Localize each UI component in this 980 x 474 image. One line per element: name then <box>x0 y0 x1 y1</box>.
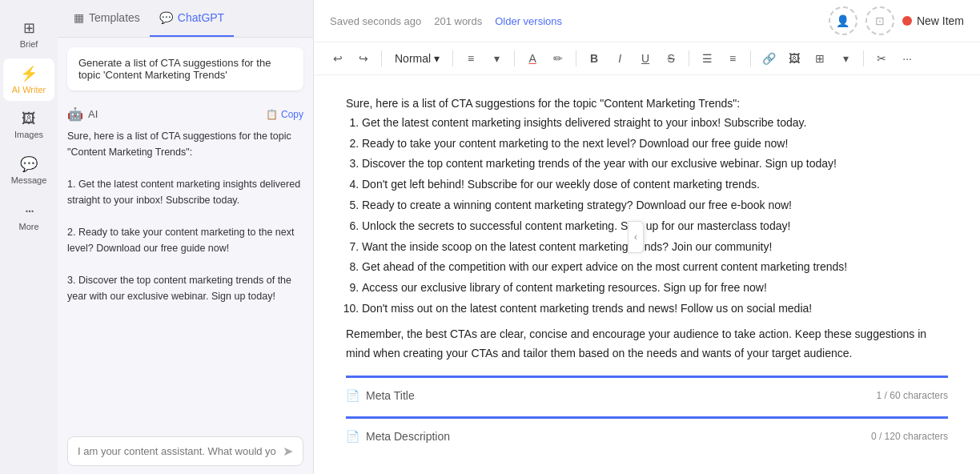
ai-robot-icon: 🤖 <box>67 106 83 122</box>
prompt-box: Generate a list of CTA suggestions for t… <box>67 47 303 90</box>
sidebar-item-images[interactable]: 🖼 Images <box>3 104 54 146</box>
ai-label-text: AI <box>88 108 98 120</box>
undo-button[interactable]: ↩ <box>327 47 349 70</box>
cta-item-8: Get ahead of the competition with our ex… <box>362 258 948 277</box>
ai-response-para-4: 3. Discover the top content marketing tr… <box>67 272 303 304</box>
meta-description-icon: 📄 <box>346 430 359 443</box>
cta-item-5: Ready to create a winning content market… <box>362 196 948 215</box>
message-icon: 💬 <box>20 155 38 173</box>
sidebar-label-brief: Brief <box>20 39 38 49</box>
align-button[interactable]: ≡ <box>460 47 482 70</box>
prompt-text: Generate a list of CTA suggestions for t… <box>78 57 271 81</box>
editor-toolbar: ↩ ↪ Normal ▾ ≡ ▾ A ✏ B I U S ☰ ≡ 🔗 🖼 ⊞ ▾… <box>314 42 980 75</box>
editor-area: Saved seconds ago 201 words Older versio… <box>314 0 980 474</box>
sidebar-label-images: Images <box>14 130 43 139</box>
chat-input-area: ➤ <box>58 428 313 474</box>
highlight-button[interactable]: ✏ <box>547 47 569 70</box>
cta-item-7: Want the inside scoop on the latest cont… <box>362 238 948 257</box>
style-dropdown[interactable]: Normal ▾ <box>388 49 446 68</box>
copy-icon: 📋 <box>266 109 278 120</box>
italic-button[interactable]: I <box>608 47 631 70</box>
templates-tab-icon: ▦ <box>74 11 84 24</box>
saved-text: Saved seconds ago <box>330 15 421 27</box>
send-icon[interactable]: ➤ <box>283 444 293 459</box>
ai-response-text: Sure, here is a list of CTA suggestions … <box>67 128 303 304</box>
cta-item-4: Don't get left behind! Subscribe for our… <box>362 175 948 195</box>
meta-title-icon: 📄 <box>346 389 359 402</box>
user-avatar-icon[interactable]: 👤 <box>829 6 858 35</box>
share-icon-circle[interactable]: ⊡ <box>866 6 894 35</box>
ai-label: 🤖 AI <box>67 106 98 122</box>
new-item-dot <box>902 16 912 26</box>
separator-4 <box>576 50 576 66</box>
editor-intro: Sure, here is a list of CTA suggestions … <box>346 94 948 114</box>
sidebar-item-more[interactable]: ··· More <box>3 195 54 238</box>
new-item-label: New Item <box>917 14 964 27</box>
tab-chatgpt-label: ChatGPT <box>178 11 224 24</box>
ai-response-header: 🤖 AI 📋 Copy <box>67 106 303 122</box>
ai-response-area: 🤖 AI 📋 Copy Sure, here is a list of CTA … <box>58 100 313 428</box>
middle-panel: ▦ Templates 💬 ChatGPT Generate a list of… <box>58 0 314 474</box>
meta-description-count: 0 / 120 characters <box>871 431 948 442</box>
new-item-button[interactable]: New Item <box>902 14 964 27</box>
copy-label: Copy <box>281 109 303 120</box>
bold-button[interactable]: B <box>583 47 605 70</box>
more-icon: ··· <box>25 201 34 219</box>
separator-1 <box>381 50 382 66</box>
chevron-left-icon: ‹ <box>634 231 637 243</box>
older-versions-link[interactable]: Older versions <box>495 15 562 27</box>
word-count: 201 words <box>434 15 482 27</box>
collapse-toggle[interactable]: ‹ <box>628 221 644 253</box>
clear-format-button[interactable]: ✂ <box>870 47 893 70</box>
underline-button[interactable]: U <box>634 47 657 70</box>
editor-closing: Remember, the best CTAs are clear, conci… <box>346 325 948 364</box>
tab-templates-label: Templates <box>89 11 140 24</box>
tabs-bar: ▦ Templates 💬 ChatGPT <box>58 0 313 38</box>
chat-input[interactable] <box>78 445 276 457</box>
cta-item-9: Access our exclusive library of content … <box>362 279 948 298</box>
cta-item-2: Ready to take your content marketing to … <box>362 135 948 154</box>
separator-5 <box>689 50 689 66</box>
table-dropdown[interactable]: ▾ <box>834 47 857 70</box>
tab-chatgpt[interactable]: 💬 ChatGPT <box>150 0 234 37</box>
more-options-button[interactable]: ··· <box>896 47 918 70</box>
ordered-list-button[interactable]: ≡ <box>721 47 744 70</box>
table-button[interactable]: ⊞ <box>809 47 831 70</box>
redo-button[interactable]: ↪ <box>352 47 375 70</box>
strikethrough-button[interactable]: S <box>660 47 682 70</box>
sidebar-item-ai-writer[interactable]: ⚡ AI Writer <box>3 58 54 101</box>
link-button[interactable]: 🔗 <box>757 47 780 70</box>
style-label: Normal <box>395 52 431 65</box>
chevron-down-icon: ▾ <box>434 52 440 65</box>
ai-response-para-1: Sure, here is a list of CTA suggestions … <box>67 128 303 160</box>
meta-description-row[interactable]: 📄 Meta Description 0 / 120 characters <box>346 416 948 454</box>
brief-icon: ⊞ <box>23 19 35 37</box>
ai-response-para-2: 1. Get the latest content marketing insi… <box>67 176 303 208</box>
images-icon: 🖼 <box>22 110 36 127</box>
cta-item-3: Discover the top content marketing trend… <box>362 155 948 174</box>
cta-list: Get the latest content marketing insight… <box>346 114 948 319</box>
tab-templates[interactable]: ▦ Templates <box>64 0 150 37</box>
separator-6 <box>750 50 751 66</box>
editor-topbar: Saved seconds ago 201 words Older versio… <box>314 0 980 42</box>
editor-content[interactable]: Sure, here is a list of CTA suggestions … <box>314 75 980 474</box>
bullet-list-button[interactable]: ☰ <box>696 47 718 70</box>
cta-item-6: Unlock the secrets to successful content… <box>362 217 948 236</box>
sidebar: ⊞ Brief ⚡ AI Writer 🖼 Images 💬 Message ·… <box>0 0 58 474</box>
separator-7 <box>863 50 864 66</box>
image-button[interactable]: 🖼 <box>783 47 805 70</box>
font-color-button[interactable]: A <box>521 47 544 70</box>
sidebar-item-message[interactable]: 💬 Message <box>3 149 54 191</box>
cta-item-10: Don't miss out on the latest content mar… <box>362 299 948 319</box>
cta-item-1: Get the latest content marketing insight… <box>362 114 948 133</box>
align-dropdown[interactable]: ▾ <box>485 47 508 70</box>
meta-description-label: Meta Description <box>366 430 865 443</box>
ai-writer-icon: ⚡ <box>20 65 38 82</box>
sidebar-label-more: More <box>18 222 38 231</box>
meta-title-count: 1 / 60 characters <box>877 390 948 401</box>
sidebar-item-brief[interactable]: ⊞ Brief <box>3 13 54 55</box>
topbar-left: Saved seconds ago 201 words Older versio… <box>330 15 562 27</box>
meta-title-row[interactable]: 📄 Meta Title 1 / 60 characters <box>346 376 948 413</box>
copy-button[interactable]: 📋 Copy <box>266 109 303 120</box>
topbar-right: 👤 ⊡ New Item <box>829 6 964 35</box>
